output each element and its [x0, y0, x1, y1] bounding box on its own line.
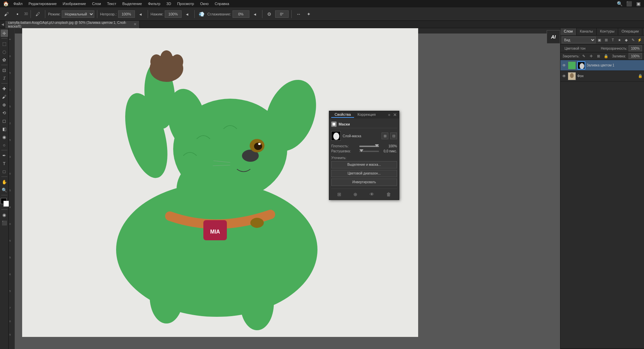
quick-select-tool[interactable]: ✿	[1, 56, 8, 63]
density-slider[interactable]	[359, 146, 379, 147]
crop-tool[interactable]: ⊡	[1, 66, 8, 74]
prop-close-btn[interactable]: ✕	[393, 112, 397, 117]
fill-input[interactable]	[165, 10, 182, 18]
layer-filter-btn[interactable]: ⊞	[603, 37, 609, 43]
doc-tab-title: camylla-battani-AoqgGAqrLpU-unsplash.jpg…	[8, 21, 132, 28]
stamp-tool[interactable]: ⊕	[1, 101, 8, 108]
prop-collapse-btn[interactable]: ≡	[388, 113, 390, 117]
settings-btn[interactable]: ⚙	[265, 10, 274, 18]
menu-help[interactable]: Справка	[212, 1, 232, 6]
search-btn[interactable]: 🔍	[615, 0, 624, 8]
mode-select[interactable]: Нормальный	[62, 10, 94, 18]
layer-filter-color[interactable]: ◆	[623, 37, 629, 43]
menu-edit[interactable]: Редактирование	[26, 1, 59, 6]
blend-input[interactable]	[233, 10, 249, 18]
opacity-input[interactable]	[118, 10, 135, 18]
menu-window[interactable]: Окно	[197, 1, 211, 6]
tab-layers[interactable]: Слои	[560, 28, 577, 35]
menu-view[interactable]: Просмотр	[175, 1, 197, 6]
layer-item-fill[interactable]: 👁 Заливка цветом 1	[560, 60, 644, 71]
pen-tool[interactable]: ✒	[1, 152, 8, 159]
extra-btn[interactable]: ✦	[304, 10, 313, 18]
feather-slider[interactable]	[359, 151, 379, 152]
layer-visibility-fill[interactable]: 👁	[562, 63, 566, 68]
properties-panel: Свойства Коррекция ≡ ✕ Маски	[329, 111, 399, 200]
fill-adjust-btn[interactable]: ◂	[183, 10, 192, 18]
menu-3d[interactable]: 3D	[164, 1, 174, 6]
tab-channels[interactable]: Каналы	[577, 28, 597, 35]
mask-options-btn[interactable]: ⊟	[390, 133, 397, 139]
menu-layers[interactable]: Слои	[89, 1, 104, 6]
brush-preset-btn[interactable]: 🖊	[34, 10, 42, 18]
tab-correction[interactable]: Коррекция	[354, 112, 379, 118]
shape-tool[interactable]: □	[1, 168, 8, 175]
layer-filter-type[interactable]: T	[610, 37, 616, 43]
layer-filter-toggle[interactable]: ▣	[596, 37, 602, 43]
gradient-tool[interactable]: ◧	[1, 125, 8, 133]
prop-icon-eye[interactable]: 👁	[368, 191, 376, 198]
selection-mask-btn[interactable]: Выделение и маска...	[331, 161, 397, 168]
layer-filter-smart[interactable]: ✎	[630, 37, 636, 43]
prop-icon-trash[interactable]: 🗑	[385, 191, 392, 198]
feather-thumb[interactable]	[359, 149, 363, 152]
layer-search-select[interactable]: Вид	[562, 37, 596, 43]
tab-paths[interactable]: Контуры	[597, 28, 618, 35]
color-range-btn[interactable]: Цветовой диапазон...	[331, 170, 397, 177]
tab-actions[interactable]: Операции	[618, 28, 642, 35]
brush-tool-btn[interactable]: 🖌	[2, 10, 11, 18]
layer-item-background[interactable]: 👁 Фон 🔒	[560, 71, 644, 82]
tab-properties[interactable]: Свойства	[331, 112, 354, 118]
marquee-tool[interactable]: ⬚	[1, 40, 8, 47]
prop-icon-link[interactable]: ⊕	[352, 191, 359, 198]
lock-artboard-btn[interactable]: ⊞	[596, 53, 602, 59]
dodge-tool[interactable]: ○	[1, 141, 8, 149]
quick-mask-btn[interactable]: ◉	[1, 211, 8, 218]
brush-size-btn[interactable]: ●	[12, 10, 23, 18]
angle-input[interactable]	[275, 10, 289, 18]
layout-btn[interactable]: ▣	[634, 0, 643, 8]
lasso-tool[interactable]: ◌	[1, 48, 8, 55]
history-tool[interactable]: ⟲	[1, 109, 8, 116]
lock-pixels-btn[interactable]: ✎	[581, 53, 587, 59]
hand-tool[interactable]: ✋	[1, 178, 8, 186]
sep2	[45, 10, 45, 18]
arrange-btn[interactable]: ⬛	[625, 0, 633, 8]
mask-thumb[interactable]	[331, 131, 341, 141]
menu-file[interactable]: Файл	[11, 1, 25, 6]
eyedropper-tool[interactable]: 𝓘	[1, 74, 8, 82]
blend-adjust-btn[interactable]: ◂	[251, 10, 259, 18]
layer-fill-input[interactable]	[629, 53, 642, 59]
tab-scroll-left[interactable]: ◀	[0, 22, 5, 27]
move-tool[interactable]: ✛	[1, 30, 8, 37]
doc-tab-close[interactable]: ✕	[134, 22, 137, 27]
layer-visibility-bg[interactable]: 👁	[562, 74, 566, 79]
menu-image[interactable]: Изображение	[60, 1, 89, 6]
menu-text[interactable]: Текст	[104, 1, 119, 6]
menu-select[interactable]: Выделение	[120, 1, 145, 6]
layer-filter-attr[interactable]: ★	[616, 37, 623, 43]
lock-all-btn[interactable]: 🔒	[603, 53, 609, 59]
eraser-tool[interactable]: ◻	[1, 117, 8, 124]
mask-apply-btn[interactable]: ⊞	[382, 133, 388, 139]
brush-tool[interactable]: 🖌	[1, 93, 8, 100]
prop-icon-grid[interactable]: ⊞	[336, 191, 343, 198]
lock-position-btn[interactable]: ✛	[588, 53, 594, 59]
layer-filter-art[interactable]: ⚡	[637, 37, 643, 43]
home-btn[interactable]: 🏠	[1, 0, 10, 8]
menu-filter[interactable]: Фильтр	[145, 1, 163, 6]
zoom-tool[interactable]: 🔍	[1, 186, 8, 194]
layer-opacity-input[interactable]	[629, 45, 642, 51]
density-thumb[interactable]	[375, 144, 379, 147]
blur-tool[interactable]: ◉	[1, 133, 8, 141]
background-color[interactable]	[3, 201, 9, 207]
opacity-adjust-btn[interactable]: ◂	[136, 10, 145, 18]
airbrush-btn[interactable]: 💨	[197, 10, 206, 18]
tab-history[interactable]: История	[642, 28, 644, 35]
heal-tool[interactable]: ✚	[1, 85, 8, 92]
invert-btn[interactable]: Инвертировать	[331, 179, 397, 186]
document-tab[interactable]: camylla-battani-AoqgGAqrLpU-unsplash.jpg…	[5, 21, 140, 28]
properties-body: Маски Слой-маска ⊞ ⊟ Плотность:	[329, 118, 399, 200]
symmetry-btn[interactable]: ↔	[294, 10, 303, 18]
text-tool[interactable]: T	[1, 160, 8, 167]
screen-mode-btn[interactable]: ⬛	[1, 219, 8, 227]
